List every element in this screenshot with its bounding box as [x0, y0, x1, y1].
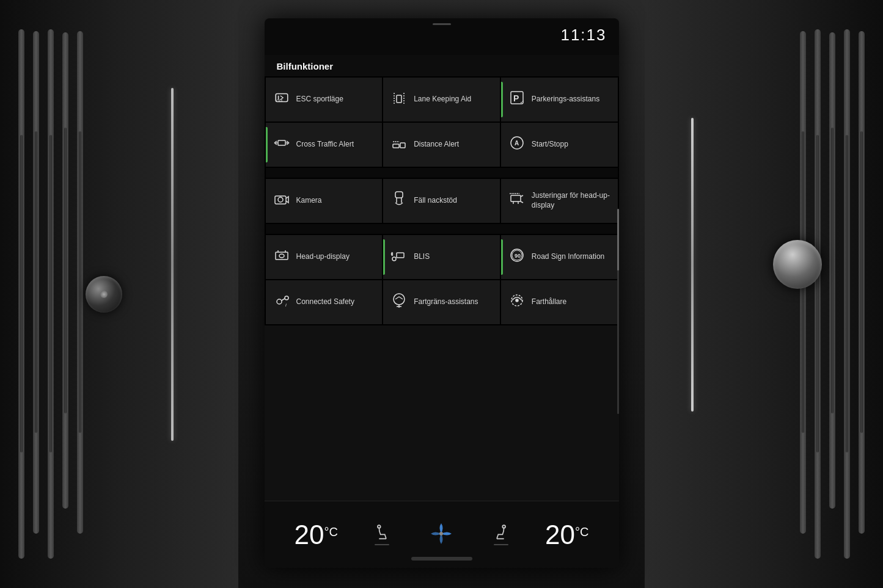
- scroll-thumb: [617, 209, 619, 270]
- road-sign-icon: 90: [508, 247, 526, 267]
- speed-limit-label: Fartgräns-assistans: [414, 297, 478, 307]
- svg-point-29: [277, 299, 282, 304]
- svg-rect-10: [400, 143, 405, 148]
- svg-rect-19: [511, 195, 521, 201]
- tile-start-stop[interactable]: A Start/Stopp: [501, 123, 618, 167]
- cross-traffic-icon: [273, 134, 290, 155]
- scroll-bar[interactable]: [617, 209, 619, 414]
- section-gap-2: [266, 224, 618, 234]
- infotainment-screen: 11:13 Bilfunktioner OFF ESC sportläge: [265, 18, 619, 568]
- parking-label: Parkerings-assistans: [532, 95, 599, 104]
- hud-icon: [273, 247, 290, 267]
- tile-cruise[interactable]: Farthållare: [501, 280, 618, 324]
- headrest-icon: [390, 191, 408, 211]
- left-knob[interactable]: [86, 276, 122, 313]
- temp-left-display: 20 °C: [295, 521, 338, 548]
- seat-left[interactable]: [373, 524, 390, 545]
- svg-point-33: [394, 294, 405, 305]
- screen-title: Bilfunktioner: [265, 55, 619, 76]
- hud-label: Head-up-display: [296, 252, 350, 262]
- svg-point-15: [278, 197, 283, 202]
- lane-keeping-icon: [390, 89, 408, 110]
- temp-right-unit: °C: [575, 525, 588, 539]
- svg-rect-24: [397, 253, 404, 258]
- connected-icon: i: [273, 292, 290, 313]
- temp-left-unit: °C: [324, 525, 338, 539]
- temp-right-value: 20: [545, 521, 575, 548]
- lane-keeping-label: Lane Keeping Aid: [414, 95, 471, 104]
- svg-rect-8: [278, 140, 285, 145]
- camera-label: Kamera: [296, 196, 322, 206]
- road-sign-label: Road Sign Information: [532, 252, 604, 262]
- tile-distance[interactable]: Distance Alert: [383, 123, 500, 167]
- esc-icon: OFF: [273, 90, 290, 109]
- seat-left-icon: [373, 524, 390, 542]
- temp-right-display: 20 °C: [545, 521, 588, 548]
- tile-speed-limit[interactable]: Fartgräns-assistans: [383, 280, 500, 324]
- parking-icon: P: [508, 89, 526, 110]
- svg-point-25: [392, 257, 396, 261]
- connected-label: Connected Safety: [296, 297, 354, 307]
- seat-right-icon: [493, 524, 510, 542]
- tile-connected[interactable]: i Connected Safety: [266, 280, 383, 324]
- temp-right-slider: [494, 544, 508, 545]
- esc-label: ESC sportläge: [296, 95, 343, 104]
- svg-line-31: [282, 299, 285, 300]
- cruise-icon: [508, 292, 526, 313]
- tile-blis[interactable]: BLIS: [383, 235, 500, 279]
- fan-display[interactable]: [426, 518, 456, 551]
- svg-text:i: i: [285, 302, 287, 308]
- right-vent-area: [645, 0, 883, 588]
- svg-rect-16: [395, 192, 403, 198]
- screen-content: Bilfunktioner OFF ESC sportläge: [265, 55, 619, 568]
- tile-headrest[interactable]: Fäll nackstöd: [383, 179, 500, 223]
- left-vent-area: [0, 0, 238, 588]
- tile-cross-traffic[interactable]: Cross Traffic Alert: [266, 123, 383, 167]
- tile-lane-keeping[interactable]: Lane Keeping Aid: [383, 78, 500, 122]
- right-pointer-1: [691, 118, 694, 412]
- hud-adjust-icon: [508, 191, 526, 211]
- headrest-label: Fäll nackstöd: [414, 196, 457, 206]
- cross-traffic-label: Cross Traffic Alert: [296, 140, 354, 150]
- tile-esc[interactable]: OFF ESC sportläge: [266, 78, 383, 122]
- blis-icon: [390, 247, 408, 267]
- right-knob[interactable]: [773, 240, 822, 289]
- drag-indicator: [433, 23, 451, 25]
- svg-point-39: [502, 525, 505, 528]
- tile-hud-adjust[interactable]: Justeringar för head-up-display: [501, 179, 618, 223]
- svg-point-38: [439, 532, 443, 535]
- cruise-label: Farthållare: [532, 297, 566, 307]
- start-stop-icon: A: [508, 134, 526, 155]
- functions-grid: OFF ESC sportläge Lane Keeping Aid: [265, 76, 619, 325]
- home-button[interactable]: [411, 557, 472, 561]
- tile-camera[interactable]: Kamera: [266, 179, 383, 223]
- temp-left-value: 20: [295, 521, 324, 548]
- svg-point-23: [279, 254, 284, 258]
- svg-rect-22: [276, 252, 288, 260]
- speed-limit-icon: [390, 292, 408, 313]
- blis-label: BLIS: [414, 252, 430, 262]
- clock: 11:13: [560, 26, 606, 45]
- svg-rect-9: [393, 144, 399, 148]
- tile-parking[interactable]: P Parkerings-assistans: [501, 78, 618, 122]
- svg-rect-5: [397, 95, 401, 103]
- fan-icon: [426, 518, 456, 549]
- tile-hud[interactable]: Head-up-display: [266, 235, 383, 279]
- camera-icon: [273, 191, 290, 211]
- seat-right[interactable]: [493, 524, 510, 545]
- svg-point-37: [378, 525, 381, 528]
- tile-road-sign[interactable]: 90 Road Sign Information: [501, 235, 618, 279]
- left-pointer: [171, 88, 174, 441]
- temp-left-slider: [375, 544, 389, 545]
- start-stop-label: Start/Stopp: [532, 140, 568, 150]
- hud-adjust-label: Justeringar för head-up-display: [532, 191, 610, 210]
- svg-text:P: P: [513, 93, 519, 103]
- svg-point-36: [516, 299, 518, 302]
- section-gap-1: [266, 168, 618, 178]
- svg-text:A: A: [515, 140, 519, 147]
- distance-icon: [390, 134, 408, 155]
- svg-point-30: [285, 296, 288, 300]
- svg-text:90: 90: [515, 253, 521, 259]
- distance-label: Distance Alert: [414, 140, 459, 150]
- svg-text:OFF: OFF: [276, 99, 284, 103]
